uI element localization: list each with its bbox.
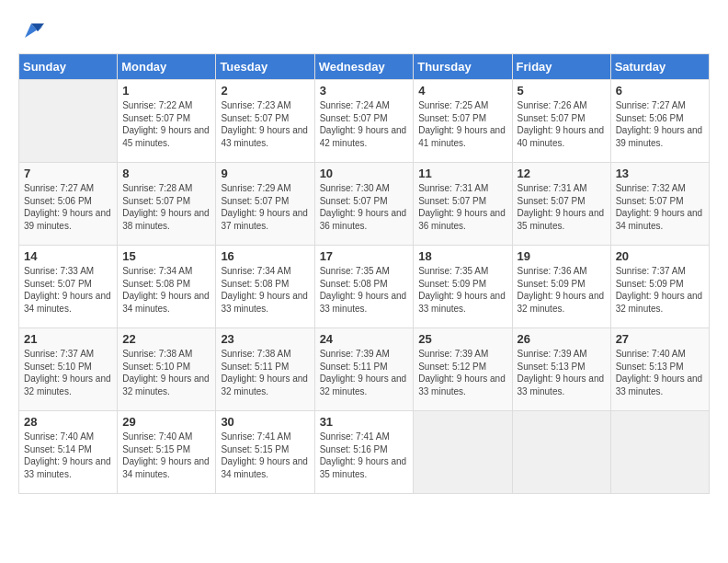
calendar-cell: 12Sunrise: 7:31 AMSunset: 5:07 PMDayligh… xyxy=(512,163,610,246)
day-info: Sunrise: 7:38 AMSunset: 5:10 PMDaylight:… xyxy=(122,348,210,397)
day-info: Sunrise: 7:41 AMSunset: 5:16 PMDaylight:… xyxy=(320,431,409,480)
day-info: Sunrise: 7:40 AMSunset: 5:15 PMDaylight:… xyxy=(122,431,210,480)
calendar-cell: 27Sunrise: 7:40 AMSunset: 5:13 PMDayligh… xyxy=(610,328,709,411)
day-info: Sunrise: 7:30 AMSunset: 5:07 PMDaylight:… xyxy=(320,182,409,232)
day-number: 31 xyxy=(320,415,409,429)
day-number: 5 xyxy=(518,84,606,98)
day-number: 21 xyxy=(24,332,112,346)
day-number: 13 xyxy=(616,167,704,180)
day-number: 11 xyxy=(418,167,506,180)
logo-icon xyxy=(18,18,44,44)
day-number: 14 xyxy=(24,249,112,263)
day-number: 30 xyxy=(221,415,309,429)
calendar-table: SundayMondayTuesdayWednesdayThursdayFrid… xyxy=(18,53,710,494)
day-info: Sunrise: 7:37 AMSunset: 5:09 PMDaylight:… xyxy=(616,265,704,315)
calendar-cell: 14Sunrise: 7:33 AMSunset: 5:07 PMDayligh… xyxy=(19,246,118,328)
day-number: 22 xyxy=(122,332,210,346)
day-number: 18 xyxy=(418,249,506,263)
day-info: Sunrise: 7:40 AMSunset: 5:13 PMDaylight:… xyxy=(616,348,704,397)
calendar-cell: 24Sunrise: 7:39 AMSunset: 5:11 PMDayligh… xyxy=(314,328,414,411)
day-info: Sunrise: 7:26 AMSunset: 5:07 PMDaylight:… xyxy=(518,99,606,149)
day-info: Sunrise: 7:35 AMSunset: 5:08 PMDaylight:… xyxy=(320,265,409,315)
calendar-cell: 30Sunrise: 7:41 AMSunset: 5:15 PMDayligh… xyxy=(216,411,314,494)
day-info: Sunrise: 7:29 AMSunset: 5:07 PMDaylight:… xyxy=(221,182,309,232)
weekday-header-tuesday: Tuesday xyxy=(216,54,314,80)
calendar-cell: 5Sunrise: 7:26 AMSunset: 5:07 PMDaylight… xyxy=(512,80,610,163)
calendar-cell: 9Sunrise: 7:29 AMSunset: 5:07 PMDaylight… xyxy=(216,163,314,246)
day-number: 16 xyxy=(221,249,309,263)
day-number: 3 xyxy=(320,84,409,98)
calendar-cell: 29Sunrise: 7:40 AMSunset: 5:15 PMDayligh… xyxy=(118,411,216,494)
calendar-cell: 16Sunrise: 7:34 AMSunset: 5:08 PMDayligh… xyxy=(216,246,314,328)
day-info: Sunrise: 7:32 AMSunset: 5:07 PMDaylight:… xyxy=(616,182,704,232)
day-number: 12 xyxy=(518,167,606,180)
logo xyxy=(18,18,46,44)
day-number: 25 xyxy=(418,332,506,346)
day-number: 7 xyxy=(24,167,112,180)
calendar-cell: 23Sunrise: 7:38 AMSunset: 5:11 PMDayligh… xyxy=(216,328,314,411)
calendar-cell xyxy=(610,411,709,494)
day-info: Sunrise: 7:34 AMSunset: 5:08 PMDaylight:… xyxy=(221,265,309,315)
day-info: Sunrise: 7:39 AMSunset: 5:11 PMDaylight:… xyxy=(320,348,409,397)
weekday-header-thursday: Thursday xyxy=(414,54,512,80)
day-number: 19 xyxy=(518,249,606,263)
day-info: Sunrise: 7:27 AMSunset: 5:06 PMDaylight:… xyxy=(24,182,112,232)
calendar-cell: 15Sunrise: 7:34 AMSunset: 5:08 PMDayligh… xyxy=(118,246,216,328)
calendar-cell xyxy=(512,411,610,494)
calendar-cell: 18Sunrise: 7:35 AMSunset: 5:09 PMDayligh… xyxy=(414,246,512,328)
day-info: Sunrise: 7:41 AMSunset: 5:15 PMDaylight:… xyxy=(221,431,309,480)
day-number: 29 xyxy=(122,415,210,429)
day-info: Sunrise: 7:28 AMSunset: 5:07 PMDaylight:… xyxy=(122,182,210,232)
calendar-week-row: 7Sunrise: 7:27 AMSunset: 5:06 PMDaylight… xyxy=(19,163,710,246)
day-number: 28 xyxy=(24,415,112,429)
calendar-cell xyxy=(19,80,118,163)
calendar-cell: 2Sunrise: 7:23 AMSunset: 5:07 PMDaylight… xyxy=(216,80,314,163)
day-info: Sunrise: 7:31 AMSunset: 5:07 PMDaylight:… xyxy=(518,182,606,232)
weekday-header-saturday: Saturday xyxy=(610,54,709,80)
calendar-cell: 10Sunrise: 7:30 AMSunset: 5:07 PMDayligh… xyxy=(314,163,414,246)
day-info: Sunrise: 7:27 AMSunset: 5:06 PMDaylight:… xyxy=(616,99,704,149)
calendar-cell: 20Sunrise: 7:37 AMSunset: 5:09 PMDayligh… xyxy=(610,246,709,328)
calendar-cell: 7Sunrise: 7:27 AMSunset: 5:06 PMDaylight… xyxy=(19,163,118,246)
weekday-header-monday: Monday xyxy=(118,54,216,80)
calendar-cell: 8Sunrise: 7:28 AMSunset: 5:07 PMDaylight… xyxy=(118,163,216,246)
day-info: Sunrise: 7:33 AMSunset: 5:07 PMDaylight:… xyxy=(24,265,112,315)
day-number: 23 xyxy=(221,332,309,346)
day-info: Sunrise: 7:38 AMSunset: 5:11 PMDaylight:… xyxy=(221,348,309,397)
calendar-cell: 3Sunrise: 7:24 AMSunset: 5:07 PMDaylight… xyxy=(314,80,414,163)
calendar-week-row: 21Sunrise: 7:37 AMSunset: 5:10 PMDayligh… xyxy=(19,328,710,411)
calendar-cell: 26Sunrise: 7:39 AMSunset: 5:13 PMDayligh… xyxy=(512,328,610,411)
day-number: 9 xyxy=(221,167,309,180)
day-number: 24 xyxy=(320,332,409,346)
day-info: Sunrise: 7:34 AMSunset: 5:08 PMDaylight:… xyxy=(122,265,210,315)
day-number: 4 xyxy=(418,84,506,98)
weekday-header-friday: Friday xyxy=(512,54,610,80)
calendar-week-row: 28Sunrise: 7:40 AMSunset: 5:14 PMDayligh… xyxy=(19,411,710,494)
calendar-week-row: 14Sunrise: 7:33 AMSunset: 5:07 PMDayligh… xyxy=(19,246,710,328)
calendar-cell: 22Sunrise: 7:38 AMSunset: 5:10 PMDayligh… xyxy=(118,328,216,411)
calendar-cell xyxy=(414,411,512,494)
weekday-header-wednesday: Wednesday xyxy=(314,54,414,80)
day-info: Sunrise: 7:35 AMSunset: 5:09 PMDaylight:… xyxy=(418,265,506,315)
day-info: Sunrise: 7:25 AMSunset: 5:07 PMDaylight:… xyxy=(418,99,506,149)
day-info: Sunrise: 7:37 AMSunset: 5:10 PMDaylight:… xyxy=(24,348,112,397)
day-info: Sunrise: 7:31 AMSunset: 5:07 PMDaylight:… xyxy=(418,182,506,232)
day-info: Sunrise: 7:39 AMSunset: 5:13 PMDaylight:… xyxy=(518,348,606,397)
day-number: 1 xyxy=(122,84,210,98)
day-info: Sunrise: 7:40 AMSunset: 5:14 PMDaylight:… xyxy=(24,431,112,480)
calendar-header-row: SundayMondayTuesdayWednesdayThursdayFrid… xyxy=(19,54,710,80)
weekday-header-sunday: Sunday xyxy=(19,54,118,80)
page-header xyxy=(18,18,710,44)
day-number: 10 xyxy=(320,167,409,180)
day-info: Sunrise: 7:22 AMSunset: 5:07 PMDaylight:… xyxy=(122,99,210,149)
calendar-cell: 11Sunrise: 7:31 AMSunset: 5:07 PMDayligh… xyxy=(414,163,512,246)
day-info: Sunrise: 7:23 AMSunset: 5:07 PMDaylight:… xyxy=(221,99,309,149)
calendar-cell: 4Sunrise: 7:25 AMSunset: 5:07 PMDaylight… xyxy=(414,80,512,163)
day-number: 26 xyxy=(518,332,606,346)
day-info: Sunrise: 7:36 AMSunset: 5:09 PMDaylight:… xyxy=(518,265,606,315)
day-number: 27 xyxy=(616,332,704,346)
calendar-cell: 25Sunrise: 7:39 AMSunset: 5:12 PMDayligh… xyxy=(414,328,512,411)
calendar-week-row: 1Sunrise: 7:22 AMSunset: 5:07 PMDaylight… xyxy=(19,80,710,163)
calendar-cell: 31Sunrise: 7:41 AMSunset: 5:16 PMDayligh… xyxy=(314,411,414,494)
day-number: 15 xyxy=(122,249,210,263)
